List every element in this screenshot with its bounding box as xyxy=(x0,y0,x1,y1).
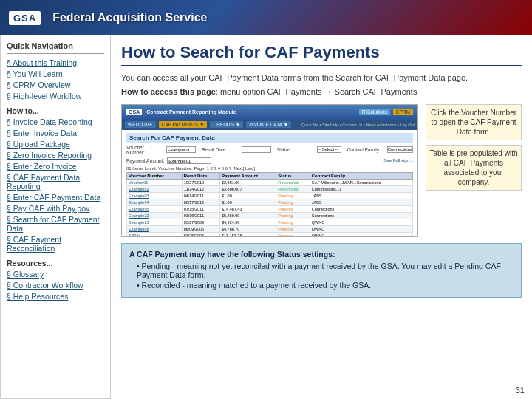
resource-links: § Glossary§ Contractor Workflow§ Help Re… xyxy=(7,270,104,301)
table-cell: 06/09/2005 xyxy=(182,225,219,232)
mock-label-voucher: Voucher Number: xyxy=(126,145,163,155)
table-row: Example0406/17/2012$1.00PendingJABS xyxy=(127,199,413,205)
sidebar-top-link[interactable]: § High-level Workflow xyxy=(7,92,104,100)
table-cell: $4,924.96 xyxy=(219,219,276,225)
table-cell[interactable]: Example22 xyxy=(127,212,183,219)
note-items: Pending - meaning not yet reconciled wit… xyxy=(129,262,514,290)
mock-gsa-logo: GSA xyxy=(126,109,142,115)
table-cell[interactable]: AB234 xyxy=(127,232,183,237)
table-row: Example0806/09/2005$4,788.70PendingQWNC xyxy=(127,225,413,232)
sidebar-howto-link[interactable]: § Invoice Data Reporting xyxy=(7,117,104,126)
main-layout: Quick Navigation § About this Training§ … xyxy=(0,35,532,399)
table-cell: $11,153.25 xyxy=(219,232,276,237)
sidebar-howto-link[interactable]: § CAF Payment Data Reporting xyxy=(7,173,104,191)
mock-quick-links: Quick Me • Site Help • Contact Us • Need… xyxy=(301,123,415,127)
table-cell: Reconciled xyxy=(276,185,310,192)
mock-see-full[interactable]: See Full sign... xyxy=(383,158,413,163)
mock-th-contract: Contract Family xyxy=(310,172,412,179)
table-cell: 03/16/2011 xyxy=(182,212,219,219)
mock-input-payment[interactable]: Example01 xyxy=(167,157,211,164)
mock-select-status[interactable]: -- Select -- xyxy=(317,146,341,153)
mock-th-payment: Payment Amount xyxy=(219,172,276,179)
table-row: Example0211/24/2012$3,800,007ReconciledC… xyxy=(127,185,413,192)
table-cell: JABS xyxy=(310,199,412,205)
table-cell[interactable]: Example02 xyxy=(127,185,183,192)
mock-input-remit[interactable] xyxy=(242,146,271,153)
sidebar-howto-link[interactable]: § Pay CAF with Pay.gov xyxy=(7,204,104,213)
sidebar-howto-link[interactable]: § Enter Invoice Data xyxy=(7,129,104,137)
sidebar-resource-link[interactable]: § Contractor Workflow xyxy=(7,281,104,290)
sidebar-howto-link[interactable]: § Enter CAF Payment Data xyxy=(7,193,104,202)
table-row: AB23403/25/2006$11,153.25PendingQWNC xyxy=(127,232,413,237)
sidebar-top-link[interactable]: § CPRM Overview xyxy=(7,81,104,89)
sidebar-top-link[interactable]: § You Will Learn xyxy=(7,69,104,78)
mock-nav-bar: WELCOME CAF PAYMENTS ▼ CREDITS ▼ INVOICE… xyxy=(122,120,417,130)
table-cell: $3,800,007 xyxy=(219,185,276,192)
mock-nav-caf[interactable]: CAF PAYMENTS ▼ xyxy=(159,121,208,128)
mock-form-row-1: Voucher Number: Example01 Remit Date: St… xyxy=(126,145,413,155)
table-cell: Pending xyxy=(276,199,310,205)
sidebar-howto-link[interactable]: § Zero Invoice Reporting xyxy=(7,151,104,160)
table-cell[interactable]: Example23 xyxy=(127,219,183,225)
sidebar-resource-link[interactable]: § Help Resources xyxy=(7,292,104,301)
mock-label-payment: Payment Amount: xyxy=(126,158,164,163)
table-cell: 03/25/2006 xyxy=(182,232,219,237)
table-cell: 11/24/2012 xyxy=(182,185,219,192)
mock-nav-welcome[interactable]: WELCOME xyxy=(125,121,156,128)
table-cell: QWNC xyxy=(310,225,412,232)
table-row: Example2203/16/2011$5,260.90PendingConne… xyxy=(127,212,413,219)
table-cell: Pending xyxy=(276,232,310,237)
mock-input-voucher[interactable]: Example01 xyxy=(166,146,196,153)
table-cell: $1.00 xyxy=(219,192,276,199)
mock-nav-invoice[interactable]: INVOICE DATA ▼ xyxy=(246,121,291,128)
table-cell: Connections xyxy=(310,212,412,219)
sidebar-howto-link[interactable]: § CAF Payment Reconciliation xyxy=(7,235,104,253)
table-cell[interactable]: Example05 xyxy=(127,205,183,212)
page-title: How to Search for CAF Payments xyxy=(121,43,522,66)
sidebar-title: Quick Navigation xyxy=(7,41,104,54)
mock-select-contact[interactable]: Connections xyxy=(387,146,413,153)
mock-screen: GSA Contract Payment Reporting Module IT… xyxy=(121,104,418,237)
table-row: Example0507/15/2011$14,487.43PendingConn… xyxy=(127,205,413,212)
sidebar-howto-link[interactable]: § Enter Zero Invoice xyxy=(7,162,104,171)
sidebar-top-link[interactable]: § About this Training xyxy=(7,58,104,67)
page-number: 31 xyxy=(516,386,525,395)
table-cell: 06/17/2012 xyxy=(182,199,219,205)
table-row: Example2303/27/2009$4,924.96PendingQWNC xyxy=(127,219,413,225)
gsa-logo: GSA xyxy=(9,11,41,25)
top-links: § About this Training§ You Will Learn§ C… xyxy=(7,58,104,100)
table-cell: 07/15/2011 xyxy=(182,205,219,212)
mock-label-remit: Remit Date: xyxy=(202,147,239,152)
sidebar-howto-link[interactable]: § Upload Package xyxy=(7,140,104,149)
sidebar-howto-link[interactable]: § Search for CAF Payment Data xyxy=(7,215,104,233)
table-cell[interactable]: Example03 xyxy=(127,192,183,199)
table-cell: QWNC xyxy=(310,219,412,225)
table-cell: $5,260.90 xyxy=(219,212,276,219)
sidebar-resource-link[interactable]: § Glossary xyxy=(7,270,104,279)
table-cell: Pending xyxy=(276,219,310,225)
table-cell: JABS xyxy=(310,192,412,199)
table-cell[interactable]: Voucher01 xyxy=(127,179,183,185)
intro-paragraph1: You can access all your CAF Payment Data… xyxy=(121,72,522,83)
table-cell: Pending xyxy=(276,225,310,232)
table-cell: $2,881.00 xyxy=(219,179,276,185)
intro-access: How to access this page: menu option CAF… xyxy=(121,86,522,98)
caption-box: Click the Voucher Number to open the CAF… xyxy=(426,104,522,237)
mock-form-row-2: Payment Amount: Example01 See Full sign.… xyxy=(126,157,413,164)
mock-nav-credits[interactable]: CREDITS ▼ xyxy=(210,121,243,128)
mock-screen-body: Search For CAF Payment Data Voucher Numb… xyxy=(122,130,417,237)
mock-tab-cprm[interactable]: CPRM xyxy=(393,109,413,115)
table-cell[interactable]: Example04 xyxy=(127,199,183,205)
caption-table: Table is pre-populated with all CAF Paym… xyxy=(426,145,522,191)
table-cell: Connections xyxy=(310,205,412,212)
mock-tab-it[interactable]: IT-Solutions xyxy=(359,109,390,115)
mock-th-remit: Remit Date xyxy=(182,172,219,179)
note-title: A CAF Payment may have the following Sta… xyxy=(129,250,514,259)
mock-label-status: Status: xyxy=(277,147,314,152)
table-cell: Pending xyxy=(276,205,310,212)
table-cell[interactable]: Example08 xyxy=(127,225,183,232)
mock-module-title: Contract Payment Reporting Module xyxy=(146,109,236,115)
table-cell: $1.00 xyxy=(219,199,276,205)
mock-screen-header: GSA Contract Payment Reporting Module IT… xyxy=(122,105,417,120)
resources-title: Resources... xyxy=(7,259,104,267)
